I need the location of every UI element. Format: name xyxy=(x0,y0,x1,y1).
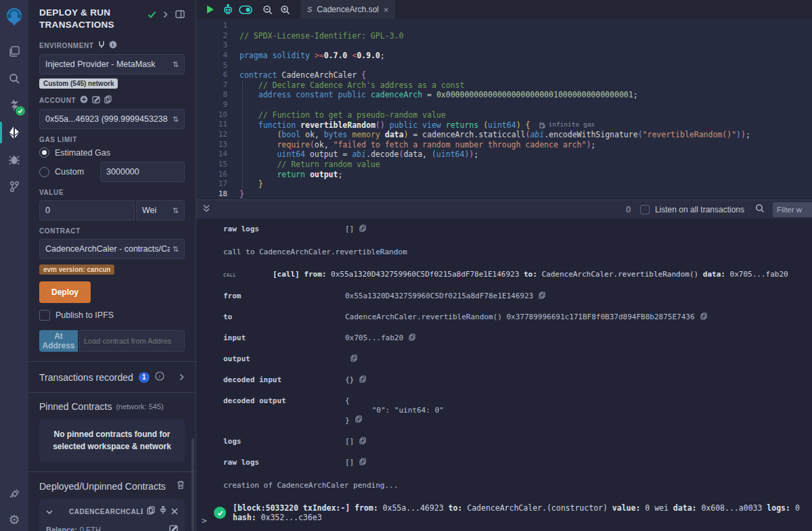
at-address-button[interactable]: At Address xyxy=(39,330,78,352)
code-line-9[interactable]: 9 xyxy=(196,100,812,110)
code-line-12[interactable]: 12 (bool ok, bytes memory data) = cadenc… xyxy=(196,130,812,140)
code-line-4[interactable]: 4pragma solidity >=0.7.0 <0.9.0; xyxy=(196,51,812,61)
at-address-input[interactable] xyxy=(79,330,185,352)
contract-select[interactable]: CadenceArchCaler - contracts/Cac⇅ xyxy=(39,239,185,259)
code-line-18[interactable]: 18} xyxy=(196,189,812,200)
code-line-1[interactable]: 1 xyxy=(196,21,812,31)
sidebar-item-search[interactable] xyxy=(0,65,28,92)
sidebar-item-file-explorer[interactable] xyxy=(0,38,28,65)
value-unit-select[interactable]: Wei⇅ xyxy=(136,200,185,221)
sign-message-icon[interactable] xyxy=(92,95,100,105)
tab-close-icon[interactable]: × xyxy=(384,5,389,15)
terminal-search-icon[interactable] xyxy=(755,204,765,215)
custom-gas-radio[interactable] xyxy=(39,167,49,177)
sidebar-item-plugin-manager[interactable] xyxy=(0,481,28,508)
environment-label: ENVIRONMENT xyxy=(39,42,94,49)
line-number: 13 xyxy=(196,140,227,150)
publish-ipfs-checkbox[interactable]: Publish to IPFS xyxy=(39,310,185,321)
sidebar-item-git[interactable] xyxy=(0,173,28,200)
environment-select[interactable]: Injected Provider - MetaMask⇅ xyxy=(39,54,185,74)
copy-icon[interactable] xyxy=(359,458,366,467)
pinned-network-label: (network: 545) xyxy=(116,402,163,411)
line-number: 10 xyxy=(196,110,227,120)
terminal-row-raw-logs: raw logs[] xyxy=(223,458,812,467)
tab-cadencearch-sol[interactable]: S CadenceArch.sol × xyxy=(300,0,395,19)
remix-logo-icon[interactable] xyxy=(3,5,26,28)
pin-icon[interactable] xyxy=(159,505,167,517)
estimated-gas-radio[interactable]: Estimated Gas xyxy=(39,147,185,158)
custom-gas-label: Custom xyxy=(55,167,84,177)
code-line-5[interactable]: 5 xyxy=(196,61,812,71)
value-input[interactable]: 0 xyxy=(39,200,135,221)
copy-icon[interactable] xyxy=(355,415,362,425)
copy-icon[interactable] xyxy=(359,437,366,446)
run-script-icon[interactable] xyxy=(202,0,219,19)
code-line-3[interactable]: 3 xyxy=(196,41,812,51)
line-number: 16 xyxy=(196,170,227,180)
ai-assistant-icon[interactable] xyxy=(219,0,237,19)
listen-checkbox[interactable] xyxy=(640,205,650,214)
clear-deployed-icon[interactable] xyxy=(177,480,185,492)
code-line-10[interactable]: 10 // Function to get a pseudo-random va… xyxy=(196,110,812,120)
sidebar-item-solidity-compiler[interactable] xyxy=(0,92,28,119)
terminal[interactable]: raw logs[]call to CadenceArchCaler.rever… xyxy=(196,218,812,531)
copy-icon[interactable] xyxy=(539,292,545,301)
terminal-call-summary: CALL[call] from: 0x55a1320D432759960C5Df… xyxy=(223,270,812,279)
sidebar-item-settings[interactable]: ⚙ xyxy=(0,508,28,531)
copy-icon[interactable] xyxy=(351,354,357,364)
code-line-2[interactable]: 2// SPDX-License-Identifier: GPL-3.0 xyxy=(196,31,812,41)
panel-pin-layout-icon[interactable] xyxy=(175,9,185,21)
copy-account-icon[interactable] xyxy=(104,95,112,105)
code-line-6[interactable]: 6contract CadenceArchCaler { xyxy=(196,70,812,80)
terminal-row-output: output xyxy=(223,354,812,364)
code-line-14[interactable]: 14 uint64 output = abi.decode(data, (uin… xyxy=(196,149,812,160)
copy-icon[interactable] xyxy=(359,225,366,234)
account-select[interactable]: 0x55a...46923 (999.9999453238⇅ xyxy=(39,109,185,129)
close-contract-icon[interactable] xyxy=(171,505,178,517)
line-number: 6 xyxy=(196,70,227,80)
evm-version-badge: evm version: cancun xyxy=(39,264,114,275)
deployed-contract-title: CADENCEARCHCALER AT 0X xyxy=(69,508,143,515)
terminal-prompt[interactable]: > xyxy=(202,515,207,526)
code-line-8[interactable]: 8 address constant public cadenceArch = … xyxy=(196,90,812,100)
code-line-13[interactable]: 13 require(ok, "failed to fetch a random… xyxy=(196,140,812,150)
fork-state-icon[interactable] xyxy=(98,41,105,50)
code-line-11[interactable]: 11 function revertibleRandom() public vi… xyxy=(196,120,812,130)
transactions-count-badge: 1 xyxy=(139,372,150,383)
terminal-expand-icon[interactable] xyxy=(203,204,210,214)
line-number: 5 xyxy=(196,61,227,71)
zoom-in-icon[interactable] xyxy=(276,0,294,19)
code-line-15[interactable]: 15 // Return random value xyxy=(196,160,812,170)
copy-address-icon[interactable] xyxy=(147,505,155,517)
line-number: 9 xyxy=(196,100,227,110)
code-line-17[interactable]: 17 } xyxy=(196,179,812,189)
deploy-button[interactable]: Deploy xyxy=(39,281,91,303)
transactions-info-icon[interactable]: i xyxy=(155,371,164,383)
code-editor[interactable]: 12// SPDX-License-Identifier: GPL-3.034p… xyxy=(196,19,812,200)
terminal-filter-input[interactable] xyxy=(773,202,812,217)
pinned-empty-message: No pinned contracts found for selected w… xyxy=(39,419,185,462)
edit-balance-icon[interactable] xyxy=(169,524,178,531)
code-line-16[interactable]: 16 return output; xyxy=(196,170,812,180)
panel-scrollbar[interactable] xyxy=(191,438,194,531)
chevron-updown-icon: ⇅ xyxy=(173,115,179,124)
code-line-7[interactable]: 7 // Declare Cadence Arch's address as a… xyxy=(196,80,812,91)
terminal-block-summary: [block:5033220 txIndex:-] from: 0x55a...… xyxy=(214,503,812,522)
chevron-down-icon[interactable] xyxy=(46,505,53,517)
transactions-expand-icon[interactable] xyxy=(179,372,185,383)
panel-collapse-icon[interactable] xyxy=(163,9,168,21)
terminal-row-raw-logs: raw logs[] xyxy=(223,225,812,234)
copy-icon[interactable] xyxy=(409,333,415,343)
terminal-message: creation of CadenceArchCaler pending... xyxy=(223,481,812,490)
zoom-out-icon[interactable] xyxy=(258,0,276,19)
copy-icon[interactable] xyxy=(359,375,366,385)
copy-icon[interactable] xyxy=(700,313,707,322)
custom-gas-input[interactable]: 3000000 xyxy=(100,162,185,182)
copilot-toggle-icon[interactable] xyxy=(237,0,254,19)
sidebar-item-deploy-run[interactable] xyxy=(0,119,28,146)
success-check-icon xyxy=(214,507,226,519)
sidebar-item-debugger[interactable] xyxy=(0,146,28,173)
environment-info-icon[interactable]: i xyxy=(109,41,117,50)
add-account-icon[interactable] xyxy=(80,95,88,105)
line-number: 11 xyxy=(196,120,227,130)
